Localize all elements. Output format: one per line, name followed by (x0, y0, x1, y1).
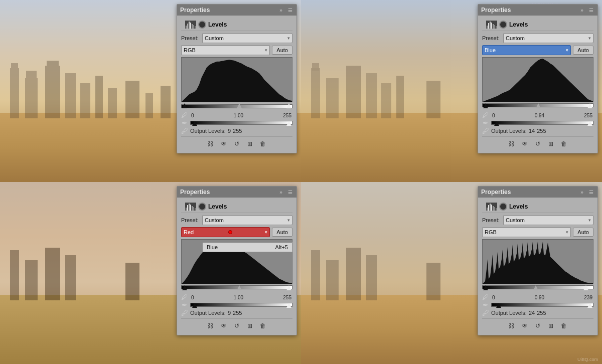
svg-rect-48 (496, 26, 497, 29)
dropdown-item-blue[interactable]: Blue Alt+5 (203, 243, 292, 252)
menu-icon-bottomleft[interactable]: ☰ (286, 189, 293, 196)
histogram-mini-bottomright (486, 203, 497, 211)
auto-btn-bottomright[interactable]: Auto (573, 228, 593, 237)
menu-icon-topleft[interactable]: ☰ (286, 7, 293, 14)
eyedropper-black-topleft[interactable]: 🖊 (181, 111, 188, 118)
input-max-bottomright: 239 (584, 295, 592, 300)
expand-icon-topright[interactable]: » (578, 7, 585, 14)
out-slider-white-topleft[interactable] (286, 121, 291, 126)
link-icon-topleft[interactable]: ⛓ (206, 139, 216, 149)
svg-rect-37 (426, 81, 440, 118)
slider-black-bottomleft[interactable] (182, 285, 187, 290)
eye-icon-topright[interactable]: 👁 (520, 139, 530, 149)
input-min-bottomleft: 0 (191, 295, 194, 300)
svg-rect-26 (193, 25, 194, 29)
cell-bottomright: Properties » ☰ (301, 182, 602, 364)
expand-icon-topleft[interactable]: » (277, 7, 284, 14)
eyedropper-white-bottomleft[interactable]: 🖋 (181, 309, 188, 316)
slider-white-topright[interactable] (587, 103, 592, 108)
delete-icon-bottomleft[interactable]: 🗑 (258, 321, 268, 331)
out-slider-white-bottomleft[interactable] (286, 303, 291, 308)
view-icon-topright[interactable]: ⊞ (546, 139, 556, 149)
eyedropper-black-bottomleft[interactable]: 🖊 (181, 293, 188, 300)
eyedropper-grey-topleft[interactable]: ✒ (181, 119, 188, 126)
slider-white-bottomright[interactable] (583, 285, 588, 290)
menu-icon-bottomright[interactable]: ☰ (587, 189, 594, 196)
slider-white-bottomleft[interactable] (286, 285, 291, 290)
mask-icon-topleft (198, 21, 206, 29)
auto-btn-bottomleft[interactable]: Auto (272, 228, 292, 237)
view-icon-bottomleft[interactable]: ⊞ (245, 321, 255, 331)
levels-label-bottomright: Levels (509, 203, 528, 210)
out-slider-black-topleft[interactable] (192, 121, 197, 126)
svg-rect-77 (487, 208, 488, 211)
preset-select-topleft[interactable]: Custom ▾ (202, 33, 292, 43)
reset-icon-topright[interactable]: ↺ (533, 139, 543, 149)
reset-icon-bottomright[interactable]: ↺ (533, 321, 543, 331)
svg-rect-52 (25, 260, 38, 300)
link-icon-bottomleft[interactable]: ⛓ (206, 321, 216, 331)
eyedropper-black-bottomright[interactable]: 🖊 (482, 293, 489, 300)
preset-arrow-topleft: ▾ (287, 36, 290, 41)
channel-dropdown-bottomleft: Blue Alt+5 (202, 242, 292, 252)
input-slider-bottomright (482, 285, 593, 291)
view-icon-bottomright[interactable]: ⊞ (546, 321, 556, 331)
input-min-topright: 0 (492, 113, 495, 118)
slider-mid-bottomleft[interactable] (237, 285, 242, 290)
eyedropper-black-topright[interactable]: 🖊 (482, 111, 489, 118)
auto-btn-topleft[interactable]: Auto (272, 46, 292, 55)
link-icon-bottomright[interactable]: ⛓ (507, 321, 517, 331)
delete-icon-bottomright[interactable]: 🗑 (559, 321, 569, 331)
slider-black-topright[interactable] (483, 103, 488, 108)
preset-select-topright[interactable]: Custom ▾ (503, 33, 593, 43)
reset-icon-bottomleft[interactable]: ↺ (232, 321, 242, 331)
out-slider-white-bottomright[interactable] (587, 303, 592, 308)
eyedropper-grey-bottomleft[interactable]: ✒ (181, 301, 188, 308)
cell-topleft: Properties » ☰ (0, 0, 301, 182)
histogram-svg-topright (483, 58, 593, 102)
preset-select-bottomright[interactable]: Custom ▾ (503, 215, 593, 225)
eyedropper-grey-bottomright[interactable]: ✒ (482, 301, 489, 308)
auto-btn-topright[interactable]: Auto (573, 46, 593, 55)
out-slider-black-bottomleft[interactable] (192, 303, 197, 308)
eye-icon-topleft[interactable]: 👁 (219, 139, 229, 149)
eye-icon-bottomleft[interactable]: 👁 (219, 321, 229, 331)
svg-rect-8 (95, 76, 103, 118)
eyedropper-grey-topright[interactable]: ✒ (482, 119, 489, 126)
view-icon-topleft[interactable]: ⊞ (245, 139, 255, 149)
slider-black-bottomright[interactable] (483, 285, 488, 290)
out-slider-black-bottomright[interactable] (496, 303, 501, 308)
channel-select-topleft[interactable]: RGB ▾ (181, 45, 270, 55)
slider-mid-topright[interactable] (536, 103, 541, 108)
slider-mid-bottomright[interactable] (533, 285, 538, 290)
output-slider-bottomright (491, 303, 593, 309)
eyedropper-white-topright[interactable]: 🖋 (482, 127, 489, 134)
input-slider-topright (482, 103, 593, 109)
eye-icon-bottomright[interactable]: 👁 (520, 321, 530, 331)
slider-black-topleft[interactable] (182, 103, 187, 108)
menu-icon-topright[interactable]: ☰ (587, 7, 594, 14)
output-max-topright: 255 (537, 128, 546, 134)
reset-icon-topleft[interactable]: ↺ (232, 139, 242, 149)
channel-select-bottomleft[interactable]: Red ▾ (181, 227, 270, 237)
out-slider-black-topright[interactable] (494, 121, 499, 126)
channel-select-topright[interactable]: Blue ▾ (482, 45, 571, 55)
link-icon-topright[interactable]: ⛓ (507, 139, 517, 149)
eyedropper-white-topleft[interactable]: 🖋 (181, 127, 188, 134)
channel-select-bottomright[interactable]: RGB ▾ (482, 227, 571, 237)
delete-icon-topleft[interactable]: 🗑 (258, 139, 268, 149)
preset-select-bottomleft[interactable]: Custom ▾ (202, 215, 292, 225)
svg-rect-68 (311, 250, 320, 300)
delete-icon-topright[interactable]: 🗑 (559, 139, 569, 149)
levels-label-bottomleft: Levels (208, 203, 227, 210)
expand-icon-bottomright[interactable]: » (578, 189, 585, 196)
panel-title-bottomright: Properties (481, 189, 511, 196)
out-slider-white-topright[interactable] (587, 121, 592, 126)
expand-icon-bottomleft[interactable]: » (277, 189, 284, 196)
output-min-bottomright: 24 (529, 310, 535, 316)
svg-rect-35 (381, 83, 391, 118)
svg-rect-3 (26, 71, 37, 81)
slider-mid-topleft[interactable] (237, 103, 242, 108)
slider-white-topleft[interactable] (286, 103, 291, 108)
eyedropper-white-bottomright[interactable]: 🖋 (482, 309, 489, 316)
